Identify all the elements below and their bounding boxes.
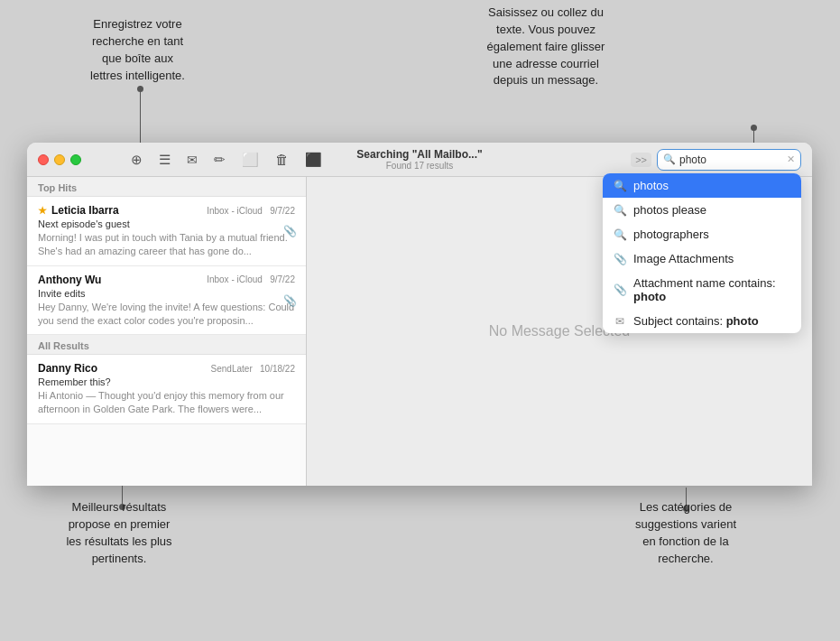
window-subtitle: Found 17 results	[356, 161, 482, 171]
mail-item-header-2: Anthony Wu Inbox - iCloud 9/7/22	[38, 274, 295, 286]
compose-button[interactable]: ✏	[214, 152, 226, 168]
mail-icon[interactable]: ✉	[187, 153, 198, 167]
annotation-dot-right-top	[751, 125, 757, 131]
filter-button[interactable]: ☰	[159, 152, 171, 168]
autocomplete-text-subject: Subject contains: photo	[633, 314, 790, 328]
annotation-line-left	[140, 86, 141, 143]
sender-3: Danny Rico	[38, 362, 97, 375]
toolbar: ⊕ ☰ ✉ ✏ ⬜ 🗑 ⬛	[131, 152, 322, 168]
traffic-lights	[38, 154, 81, 165]
attachment-indicator-1: 📎	[283, 225, 297, 237]
add-mailbox-button[interactable]: ⊕	[131, 152, 143, 168]
section-header-top-hits: Top Hits	[27, 177, 306, 197]
attachment-icon-1: 📎	[614, 253, 626, 265]
autocomplete-item-subject[interactable]: ✉ Subject contains: photo	[603, 309, 801, 333]
window-title: Searching "All Mailbo..."	[356, 148, 482, 161]
subject-icon: ✉	[614, 315, 626, 328]
minimize-button[interactable]	[54, 154, 65, 165]
mail-item-anthony[interactable]: Anthony Wu Inbox - iCloud 9/7/22 Invite …	[27, 266, 306, 336]
search-box[interactable]: 🔍 photo ✕	[657, 149, 801, 171]
autocomplete-item-photographers[interactable]: 🔍 photographers	[603, 222, 801, 246]
mail-subject-3: Remember this?	[38, 376, 295, 387]
search-area: >> 🔍 photo ✕	[631, 149, 801, 171]
mail-preview-1: Morning! I was put in touch with Tania b…	[38, 231, 295, 258]
delete-button[interactable]: 🗑	[275, 152, 289, 167]
move-button[interactable]: ⬜	[242, 152, 259, 168]
close-button[interactable]	[38, 154, 49, 165]
search-clear-button[interactable]: ✕	[787, 153, 795, 165]
autocomplete-text-image-attachments: Image Attachments	[633, 252, 790, 265]
search-suggestion-icon-2: 🔍	[614, 204, 626, 217]
autocomplete-item-photos[interactable]: 🔍 photos	[603, 173, 801, 198]
search-chevron[interactable]: >>	[631, 153, 651, 167]
autocomplete-text-photographers: photographers	[633, 228, 790, 241]
mail-subject-2: Invite edits	[38, 288, 295, 299]
annotation-top-left: Enregistrez votrerecherche en tantque bo…	[50, 16, 226, 84]
sender-2: Anthony Wu	[38, 274, 101, 286]
archive-button[interactable]: ⬛	[305, 152, 322, 168]
mail-meta-3: SendLater 10/18/22	[211, 364, 295, 374]
autocomplete-item-attachment-name[interactable]: 📎 Attachment name contains: photo	[603, 271, 801, 309]
autocomplete-text-photos-please: photos please	[633, 203, 790, 217]
autocomplete-item-photos-please[interactable]: 🔍 photos please	[603, 198, 801, 222]
mail-item-header-3: Danny Rico SendLater 10/18/22	[38, 362, 295, 375]
mail-meta-1: Inbox - iCloud 9/7/22	[207, 206, 295, 216]
mail-item-header-1: ★ Leticia Ibarra Inbox - iCloud 9/7/22	[38, 204, 295, 217]
mail-list: Top Hits ★ Leticia Ibarra Inbox - iCloud…	[27, 177, 307, 486]
autocomplete-item-image-attachments[interactable]: 📎 Image Attachments	[603, 246, 801, 271]
annotation-bottom-left: Meilleurs résultatspropose en premierles…	[29, 499, 209, 567]
window-title-area: Searching "All Mailbo..." Found 17 resul…	[356, 148, 482, 171]
titlebar: ⊕ ☰ ✉ ✏ ⬜ 🗑 ⬛ Searching "All Mailbo..." …	[27, 143, 812, 177]
autocomplete-dropdown: 🔍 photos 🔍 photos please 🔍 photographers…	[603, 173, 801, 333]
search-suggestion-icon-3: 🔍	[614, 228, 626, 241]
attachment-icon-2: 📎	[614, 283, 626, 296]
maximize-button[interactable]	[70, 154, 81, 165]
section-header-all-results: All Results	[27, 335, 306, 355]
mail-meta-2: Inbox - iCloud 9/7/22	[207, 274, 295, 284]
sender-1: ★ Leticia Ibarra	[38, 204, 119, 217]
mail-subject-1: Next episode's guest	[38, 218, 295, 229]
attachment-indicator-2: 📎	[283, 294, 297, 307]
annotation-bottom-right: Les catégories desuggestions varienten f…	[582, 499, 789, 567]
annotation-dot-left-top	[137, 86, 143, 92]
autocomplete-text-attachment-name: Attachment name contains: photo	[633, 276, 790, 303]
search-suggestion-icon: 🔍	[614, 180, 626, 192]
mail-preview-3: Hi Antonio — Thought you'd enjoy this me…	[38, 389, 295, 416]
mail-item-leticia[interactable]: ★ Leticia Ibarra Inbox - iCloud 9/7/22 N…	[27, 197, 306, 266]
autocomplete-text-photos: photos	[633, 179, 790, 192]
mail-preview-2: Hey Danny, We're loving the invite! A fe…	[38, 301, 295, 328]
star-icon-1: ★	[38, 205, 47, 217]
annotation-top-right: Saisissez ou collez dutexte. Vous pouvez…	[442, 5, 650, 89]
mail-item-danny[interactable]: Danny Rico SendLater 10/18/22 Remember t…	[27, 355, 306, 424]
search-icon: 🔍	[663, 153, 676, 165]
search-value: photo	[679, 153, 787, 166]
mail-window: ⊕ ☰ ✉ ✏ ⬜ 🗑 ⬛ Searching "All Mailbo..." …	[27, 143, 812, 486]
